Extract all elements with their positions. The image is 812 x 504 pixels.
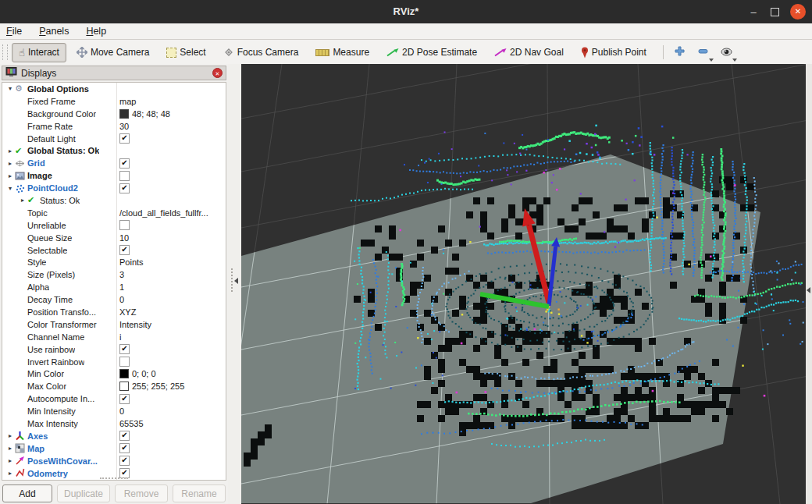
3d-viewport[interactable] [241, 64, 806, 504]
property-value[interactable]: ✔ [119, 183, 224, 193]
checkbox[interactable]: ✔ [119, 344, 130, 354]
right-splitter-collapse-icon[interactable] [807, 287, 810, 293]
display-property-row[interactable]: Max Color255; 255; 255 [2, 380, 226, 392]
display-property-row[interactable]: ▸Grid✔ [2, 157, 226, 169]
tool-focus-camera[interactable]: Focus Camera [216, 43, 306, 62]
title-bar[interactable]: RViz* – ✕ [0, 0, 812, 23]
tool-2d-pose-estimate[interactable]: 2D Pose Estimate [379, 43, 484, 62]
display-property-row[interactable]: Background Color48; 48; 48 [2, 108, 226, 120]
display-property-row[interactable]: Frame Rate30 [2, 120, 226, 133]
display-property-row[interactable]: Max Intensity65535 [2, 417, 226, 430]
duplicate-button[interactable]: Duplicate [57, 484, 110, 502]
property-value[interactable]: ✔ [119, 468, 224, 478]
tool-interact[interactable]: ☝Interact [12, 43, 66, 62]
display-property-row[interactable]: Selectable✔ [2, 244, 226, 257]
display-property-row[interactable]: Fixed Framemap [2, 95, 226, 108]
property-value[interactable]: Intensity [119, 320, 224, 329]
plus-tool-button[interactable] [670, 44, 690, 62]
checkbox[interactable]: ✔ [119, 394, 130, 404]
display-property-row[interactable]: ▸✔Global Status: Ok [2, 144, 226, 157]
display-property-row[interactable]: Decay Time0 [2, 293, 226, 306]
display-property-row[interactable]: ▾⚙Global Options [2, 83, 226, 95]
minimize-button[interactable]: – [747, 6, 760, 18]
expand-arrow-icon[interactable]: ▸ [18, 197, 27, 204]
expand-arrow-icon[interactable]: ▸ [5, 432, 15, 439]
checkbox[interactable] [119, 171, 130, 181]
checkbox[interactable]: ✔ [119, 431, 130, 441]
checkbox[interactable] [119, 357, 130, 367]
display-property-row[interactable]: Use rainbow✔ [2, 343, 226, 356]
display-property-row[interactable]: ▸Image [2, 169, 226, 182]
display-property-row[interactable]: Size (Pixels)3 [2, 268, 226, 281]
expand-arrow-icon[interactable]: ▾ [5, 85, 15, 92]
display-property-row[interactable]: ▸PoseWithCovar...✔ [2, 455, 226, 467]
display-property-row[interactable]: Channel Namei [2, 331, 226, 343]
checkbox[interactable]: ✔ [119, 443, 130, 453]
property-value[interactable]: ✔ [119, 245, 224, 255]
display-property-row[interactable]: Alpha1 [2, 281, 226, 293]
checkbox[interactable]: ✔ [119, 456, 130, 466]
remove-button[interactable]: Remove [115, 484, 168, 502]
menu-file[interactable]: File [6, 26, 22, 37]
display-property-row[interactable]: ▾PointCloud2✔ [2, 182, 226, 194]
checkbox[interactable] [119, 220, 130, 230]
property-value[interactable]: ✔ [119, 456, 224, 466]
checkbox[interactable]: ✔ [119, 183, 130, 193]
display-property-row[interactable]: ▸Axes✔ [2, 430, 226, 442]
tool-measure[interactable]: Measure [308, 43, 376, 62]
display-property-row[interactable]: Invert Rainbow [2, 356, 226, 368]
property-value[interactable]: 48; 48; 48 [119, 109, 224, 119]
expand-arrow-icon[interactable]: ▾ [5, 185, 15, 192]
property-value[interactable]: ✔ [119, 394, 224, 404]
tool-select[interactable]: Select [159, 43, 212, 62]
menu-panels[interactable]: Panels [39, 26, 69, 37]
property-value[interactable] [119, 171, 224, 181]
expand-arrow-icon[interactable]: ▸ [5, 172, 15, 179]
rename-button[interactable]: Rename [173, 484, 226, 502]
displays-close-icon[interactable]: ✕ [212, 68, 223, 78]
property-value[interactable]: 10 [119, 233, 224, 243]
minus-tool-button[interactable] [693, 44, 714, 62]
expand-arrow-icon[interactable]: ▸ [5, 470, 15, 477]
display-property-row[interactable]: Unreliable [2, 219, 226, 232]
property-value[interactable]: 1 [119, 282, 224, 292]
property-value[interactable]: 65535 [119, 419, 224, 428]
expand-arrow-icon[interactable]: ▸ [5, 147, 15, 154]
display-property-row[interactable]: Color TransformerIntensity [2, 318, 226, 331]
checkbox[interactable]: ✔ [119, 158, 130, 169]
checkbox[interactable]: ✔ [119, 245, 130, 255]
expand-arrow-icon[interactable]: ▸ [5, 457, 15, 464]
close-button[interactable]: ✕ [790, 4, 806, 20]
maximize-button[interactable] [771, 8, 779, 16]
property-value[interactable]: ✔ [119, 133, 224, 144]
display-property-row[interactable]: Min Color0; 0; 0 [2, 367, 226, 380]
display-property-row[interactable]: Autocompute In...✔ [2, 392, 226, 405]
tool-publish-point[interactable]: Publish Point [574, 43, 654, 62]
expand-arrow-icon[interactable]: ▸ [5, 160, 15, 167]
property-value[interactable]: 30 [119, 122, 224, 131]
property-value[interactable]: Points [119, 257, 224, 267]
display-property-row[interactable]: ▸Map✔ [2, 442, 226, 455]
eye-tool-button[interactable] [717, 44, 737, 62]
display-property-row[interactable]: ▸✔Status: Ok [2, 194, 226, 207]
display-property-row[interactable]: Min Intensity0 [2, 405, 226, 417]
checkbox[interactable]: ✔ [119, 133, 130, 144]
property-value[interactable]: /cloud_all_fields_fullfr... [119, 208, 224, 218]
display-property-row[interactable]: Default Light✔ [2, 133, 226, 145]
display-property-row[interactable]: Queue Size10 [2, 232, 226, 244]
display-property-row[interactable]: StylePoints [2, 256, 226, 268]
add-button[interactable]: Add [2, 484, 52, 502]
displays-panel-header[interactable]: Displays ✕ [2, 66, 226, 80]
display-property-row[interactable]: Topic/cloud_all_fields_fullfr... [2, 207, 226, 219]
property-value[interactable]: i [119, 332, 224, 342]
property-value[interactable]: ✔ [119, 344, 224, 354]
property-value[interactable]: 0; 0; 0 [119, 369, 224, 378]
property-value[interactable]: 3 [119, 270, 224, 279]
property-value[interactable]: ✔ [119, 431, 224, 441]
panel-resize-grip[interactable] [100, 477, 128, 482]
expand-arrow-icon[interactable]: ▸ [5, 445, 15, 452]
tool-2d-nav-goal[interactable]: 2D Nav Goal [487, 43, 571, 62]
property-value[interactable]: 255; 255; 255 [119, 382, 224, 391]
dropdown-caret-icon[interactable] [709, 59, 714, 62]
property-value[interactable]: 0 [119, 295, 224, 304]
